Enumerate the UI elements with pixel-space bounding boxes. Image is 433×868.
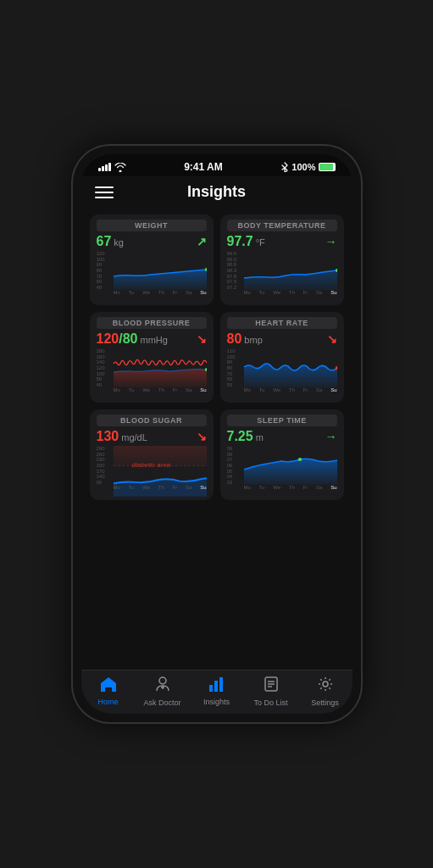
temperature-title: BODY TEMPERATURE xyxy=(227,220,337,231)
temperature-value: 97.7 xyxy=(227,234,253,248)
hr-y-labels: 1101009080706050 xyxy=(227,348,244,387)
diabetic-area-label: diabetic area xyxy=(132,461,171,469)
weight-value: 67 xyxy=(97,234,112,248)
hr-title: HEART RATE xyxy=(227,317,337,329)
hr-trend-icon: ↘ xyxy=(327,332,337,346)
bp-value-row: 120/80 mmHg ↘ xyxy=(97,331,207,347)
todo-icon xyxy=(264,676,279,697)
top-nav: Insights xyxy=(81,176,353,208)
bs-value-row: 130 mg/dL ↘ xyxy=(97,429,207,444)
bs-x-labels: MoTuWeThFrSaSu xyxy=(114,485,207,497)
blood-pressure-card: BLOOD PRESSURE 120/80 mmHg ↘ 18016014012… xyxy=(90,312,214,403)
page-title: Insights xyxy=(187,183,246,201)
wifi-icon xyxy=(114,163,126,172)
blood-sugar-card: BLOOD SUGAR 130 mg/dL ↘ 2902602302001701… xyxy=(90,409,214,500)
battery-area: 100% xyxy=(280,162,335,172)
nav-todo[interactable]: To Do List xyxy=(244,676,298,707)
status-bar: 9:41 AM 100% xyxy=(81,154,353,176)
bs-trend-icon: ↘ xyxy=(197,430,207,443)
bs-chart: 29026023020017014090 xyxy=(97,446,207,497)
ask-doctor-label: Ask Doctor xyxy=(143,698,180,707)
hr-x-labels: MoTuWeThFrSaSu xyxy=(244,387,337,399)
nav-ask-doctor[interactable]: Ask Doctor xyxy=(136,676,190,707)
sleep-x-labels: MoTuWeThFrSaSu xyxy=(244,485,337,497)
bluetooth-icon xyxy=(280,162,289,172)
temperature-chart: 99.699.098.698.397.897.597.2 xyxy=(227,251,337,302)
battery-percent: 100% xyxy=(291,162,315,172)
svg-point-8 xyxy=(159,677,166,684)
temp-y-labels: 99.699.098.698.397.897.597.2 xyxy=(227,251,244,290)
weight-y-labels: 1201009080706040 xyxy=(97,251,114,290)
temperature-card: BODY TEMPERATURE 97.7 °F → 99.699.098.69… xyxy=(220,214,344,305)
svg-point-16 xyxy=(323,682,328,687)
clock: 9:41 AM xyxy=(184,161,223,173)
home-label: Home xyxy=(97,698,118,706)
hr-value-row: 80 bmp ↘ xyxy=(227,331,337,347)
heart-rate-card: HEART RATE 80 bmp ↘ 1101009080706050 xyxy=(220,312,344,403)
sleep-value: 7.25 xyxy=(227,429,253,443)
nav-home[interactable]: Home xyxy=(81,676,136,706)
doctor-icon xyxy=(154,676,171,697)
bs-y-labels: 29026023020017014090 xyxy=(97,446,114,485)
temperature-trend-icon: → xyxy=(325,235,337,248)
insights-label: Insights xyxy=(203,698,230,706)
weight-value-row: 67 kg ↗ xyxy=(97,234,207,249)
weight-card: WEIGHT 67 kg ↗ 1201009080706040 xyxy=(90,214,214,305)
bp-x-labels: MoTuWeThFrSaSu xyxy=(114,387,207,399)
sleep-title: SLEEP TIME xyxy=(227,415,337,426)
sleep-y-labels: 09080706050403 xyxy=(227,446,244,485)
signal-icon xyxy=(98,163,111,171)
bp-title: BLOOD PRESSURE xyxy=(97,317,207,329)
bp-trend-icon: ↘ xyxy=(197,332,207,346)
bottom-nav: Home Ask Doctor xyxy=(81,670,353,714)
svg-rect-10 xyxy=(214,681,218,692)
gear-icon xyxy=(317,676,334,697)
svg-rect-11 xyxy=(219,677,223,692)
bs-title: BLOOD SUGAR xyxy=(97,415,207,426)
bs-value: 130 xyxy=(97,429,119,443)
sleep-time-card: SLEEP TIME 7.25 m → 09080706050403 xyxy=(220,409,344,500)
signal-area xyxy=(98,163,126,172)
weight-title: WEIGHT xyxy=(97,220,207,231)
weight-trend-icon: ↗ xyxy=(197,235,207,248)
home-icon xyxy=(100,676,117,696)
dashboard-grid: WEIGHT 67 kg ↗ 1201009080706040 xyxy=(81,208,353,670)
weight-chart: 1201009080706040 xyxy=(97,251,207,302)
weight-x-labels: MoTuWeThFrSaSu xyxy=(114,290,207,302)
phone-screen: 9:41 AM 100% Insights WEIGHT xyxy=(81,154,353,714)
phone-frame: 9:41 AM 100% Insights WEIGHT xyxy=(73,146,361,722)
nav-insights[interactable]: Insights xyxy=(190,676,244,706)
bp-y-labels: 1801601401201008040 xyxy=(97,348,114,387)
settings-label: Settings xyxy=(311,698,339,707)
hr-value: 80 xyxy=(227,331,242,346)
todo-label: To Do List xyxy=(253,698,287,707)
bp-chart: 1801601401201008040 xyxy=(97,348,207,399)
temp-x-labels: MoTuWeThFrSaSu xyxy=(244,290,337,302)
sleep-trend-icon: → xyxy=(325,430,337,443)
sleep-chart: 09080706050403 xyxy=(227,446,337,497)
svg-rect-9 xyxy=(209,685,213,692)
bp-systolic: 120 xyxy=(97,331,119,346)
hr-chart: 1101009080706050 xyxy=(227,348,337,399)
sleep-value-row: 7.25 m → xyxy=(227,429,337,444)
svg-point-7 xyxy=(297,458,301,461)
nav-settings[interactable]: Settings xyxy=(298,676,353,707)
menu-button[interactable] xyxy=(95,186,114,198)
insights-icon xyxy=(208,676,225,696)
battery-icon xyxy=(319,163,336,171)
temperature-value-row: 97.7 °F → xyxy=(227,234,337,249)
